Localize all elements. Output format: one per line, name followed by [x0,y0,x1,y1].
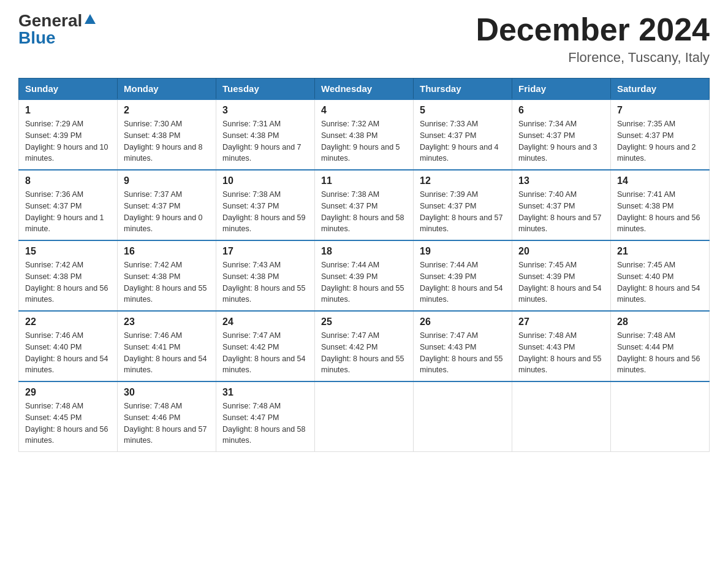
day-info: Sunrise: 7:43 AM Sunset: 4:38 PM Dayligh… [222,259,308,305]
day-info: Sunrise: 7:46 AM Sunset: 4:41 PM Dayligh… [124,330,210,376]
day-number: 20 [518,246,604,257]
header-saturday: Saturday [611,79,710,100]
logo-icon: General [18,12,97,29]
day-number: 24 [222,316,308,327]
day-info: Sunrise: 7:47 AM Sunset: 4:42 PM Dayligh… [222,330,308,376]
day-info: Sunrise: 7:42 AM Sunset: 4:38 PM Dayligh… [25,259,111,305]
day-number: 25 [321,316,407,327]
day-number: 12 [420,175,506,186]
day-info: Sunrise: 7:45 AM Sunset: 4:40 PM Dayligh… [617,259,703,305]
calendar-cell: 30 Sunrise: 7:48 AM Sunset: 4:46 PM Dayl… [118,381,216,452]
day-info: Sunrise: 7:48 AM Sunset: 4:45 PM Dayligh… [25,400,111,446]
day-number: 3 [222,105,308,116]
day-info: Sunrise: 7:47 AM Sunset: 4:43 PM Dayligh… [420,330,506,376]
day-info: Sunrise: 7:42 AM Sunset: 4:38 PM Dayligh… [124,259,210,305]
calendar-cell: 21 Sunrise: 7:45 AM Sunset: 4:40 PM Dayl… [611,240,710,311]
day-info: Sunrise: 7:31 AM Sunset: 4:38 PM Dayligh… [222,118,308,164]
calendar-cell: 16 Sunrise: 7:42 AM Sunset: 4:38 PM Dayl… [118,240,216,311]
day-info: Sunrise: 7:44 AM Sunset: 4:39 PM Dayligh… [321,259,407,305]
calendar-cell: 15 Sunrise: 7:42 AM Sunset: 4:38 PM Dayl… [19,240,118,311]
day-number: 19 [420,246,506,257]
day-info: Sunrise: 7:47 AM Sunset: 4:42 PM Dayligh… [321,330,407,376]
calendar-cell: 26 Sunrise: 7:47 AM Sunset: 4:43 PM Dayl… [414,311,512,381]
day-info: Sunrise: 7:48 AM Sunset: 4:44 PM Dayligh… [617,330,703,376]
day-info: Sunrise: 7:30 AM Sunset: 4:38 PM Dayligh… [124,118,210,164]
day-info: Sunrise: 7:36 AM Sunset: 4:37 PM Dayligh… [25,189,111,235]
calendar-cell: 19 Sunrise: 7:44 AM Sunset: 4:39 PM Dayl… [414,240,512,311]
page-header: General Blue December 2024 Florence, Tus… [18,12,710,66]
day-number: 10 [222,175,308,186]
week-row-5: 29 Sunrise: 7:48 AM Sunset: 4:45 PM Dayl… [19,381,710,452]
day-info: Sunrise: 7:34 AM Sunset: 4:37 PM Dayligh… [518,118,604,164]
logo: General Blue [18,12,97,47]
logo-general-text: General [18,12,82,29]
calendar-cell: 17 Sunrise: 7:43 AM Sunset: 4:38 PM Dayl… [216,240,315,311]
day-number: 21 [617,246,703,257]
day-number: 5 [420,105,506,116]
day-info: Sunrise: 7:38 AM Sunset: 4:37 PM Dayligh… [222,189,308,235]
day-info: Sunrise: 7:40 AM Sunset: 4:37 PM Dayligh… [518,189,604,235]
day-number: 26 [420,316,506,327]
header-wednesday: Wednesday [315,79,414,100]
day-info: Sunrise: 7:32 AM Sunset: 4:38 PM Dayligh… [321,118,407,164]
week-row-4: 22 Sunrise: 7:46 AM Sunset: 4:40 PM Dayl… [19,311,710,381]
day-number: 14 [617,175,703,186]
calendar-cell: 7 Sunrise: 7:35 AM Sunset: 4:37 PM Dayli… [611,99,710,170]
day-number: 15 [25,246,111,257]
calendar-cell: 10 Sunrise: 7:38 AM Sunset: 4:37 PM Dayl… [216,170,315,240]
day-info: Sunrise: 7:38 AM Sunset: 4:37 PM Dayligh… [321,189,407,235]
header-tuesday: Tuesday [216,79,315,100]
logo-blue-text: Blue [18,29,56,47]
calendar-title: December 2024 [476,12,710,47]
header-friday: Friday [512,79,611,100]
day-info: Sunrise: 7:46 AM Sunset: 4:40 PM Dayligh… [25,330,111,376]
week-row-2: 8 Sunrise: 7:36 AM Sunset: 4:37 PM Dayli… [19,170,710,240]
day-number: 29 [25,387,111,398]
day-info: Sunrise: 7:44 AM Sunset: 4:39 PM Dayligh… [420,259,506,305]
week-row-3: 15 Sunrise: 7:42 AM Sunset: 4:38 PM Dayl… [19,240,710,311]
day-number: 18 [321,246,407,257]
day-number: 28 [617,316,703,327]
calendar-cell: 13 Sunrise: 7:40 AM Sunset: 4:37 PM Dayl… [512,170,611,240]
calendar-cell: 23 Sunrise: 7:46 AM Sunset: 4:41 PM Dayl… [118,311,216,381]
day-number: 17 [222,246,308,257]
title-section: December 2024 Florence, Tuscany, Italy [476,12,710,66]
calendar-cell: 29 Sunrise: 7:48 AM Sunset: 4:45 PM Dayl… [19,381,118,452]
day-info: Sunrise: 7:45 AM Sunset: 4:39 PM Dayligh… [518,259,604,305]
calendar-cell: 5 Sunrise: 7:33 AM Sunset: 4:37 PM Dayli… [414,99,512,170]
day-number: 13 [518,175,604,186]
calendar-cell: 11 Sunrise: 7:38 AM Sunset: 4:37 PM Dayl… [315,170,414,240]
day-info: Sunrise: 7:48 AM Sunset: 4:47 PM Dayligh… [222,400,308,446]
calendar-cell: 6 Sunrise: 7:34 AM Sunset: 4:37 PM Dayli… [512,99,611,170]
calendar-cell: 2 Sunrise: 7:30 AM Sunset: 4:38 PM Dayli… [118,99,216,170]
calendar-cell [414,381,512,452]
day-number: 27 [518,316,604,327]
day-number: 1 [25,105,111,116]
day-number: 30 [124,387,210,398]
week-row-1: 1 Sunrise: 7:29 AM Sunset: 4:39 PM Dayli… [19,99,710,170]
calendar-cell [611,381,710,452]
calendar-cell: 1 Sunrise: 7:29 AM Sunset: 4:39 PM Dayli… [19,99,118,170]
calendar-cell [315,381,414,452]
calendar-cell: 25 Sunrise: 7:47 AM Sunset: 4:42 PM Dayl… [315,311,414,381]
day-number: 31 [222,387,308,398]
day-number: 9 [124,175,210,186]
day-number: 22 [25,316,111,327]
logo-triangle-icon [83,13,97,26]
header-monday: Monday [118,79,216,100]
day-info: Sunrise: 7:39 AM Sunset: 4:37 PM Dayligh… [420,189,506,235]
header-sunday: Sunday [19,79,118,100]
calendar-cell: 31 Sunrise: 7:48 AM Sunset: 4:47 PM Dayl… [216,381,315,452]
calendar-cell: 3 Sunrise: 7:31 AM Sunset: 4:38 PM Dayli… [216,99,315,170]
calendar-header-row: Sunday Monday Tuesday Wednesday Thursday… [19,79,710,100]
calendar-cell: 14 Sunrise: 7:41 AM Sunset: 4:38 PM Dayl… [611,170,710,240]
calendar-cell: 4 Sunrise: 7:32 AM Sunset: 4:38 PM Dayli… [315,99,414,170]
calendar-cell: 9 Sunrise: 7:37 AM Sunset: 4:37 PM Dayli… [118,170,216,240]
day-number: 23 [124,316,210,327]
calendar-cell: 27 Sunrise: 7:48 AM Sunset: 4:43 PM Dayl… [512,311,611,381]
calendar-cell: 20 Sunrise: 7:45 AM Sunset: 4:39 PM Dayl… [512,240,611,311]
calendar-cell: 8 Sunrise: 7:36 AM Sunset: 4:37 PM Dayli… [19,170,118,240]
day-info: Sunrise: 7:35 AM Sunset: 4:37 PM Dayligh… [617,118,703,164]
day-info: Sunrise: 7:48 AM Sunset: 4:46 PM Dayligh… [124,400,210,446]
day-number: 6 [518,105,604,116]
